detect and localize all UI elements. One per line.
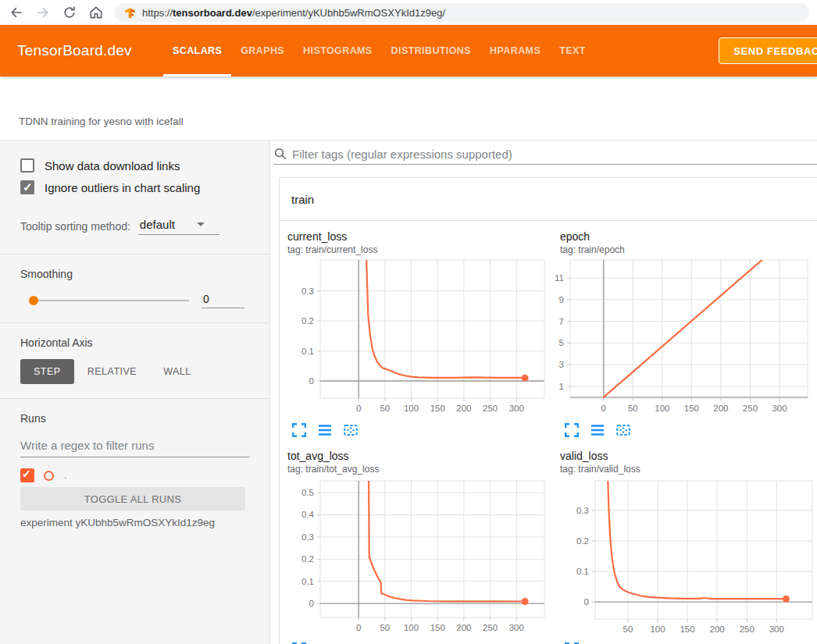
toggle-all-runs-button[interactable]: TOGGLE ALL RUNS (20, 487, 245, 511)
svg-text:300: 300 (772, 404, 787, 413)
chevron-down-icon (197, 222, 205, 226)
search-icon (273, 147, 287, 161)
svg-text:9: 9 (559, 295, 564, 304)
axis-step-button[interactable]: STEP (20, 359, 74, 384)
settings-sidebar: Show data download links Ignore outliers… (0, 141, 270, 644)
chart-epoch: epoch tag: train/epoch 05010015020025030… (554, 230, 815, 450)
run-row[interactable]: . (20, 468, 249, 482)
tab-histograms[interactable]: HISTOGRAMS (294, 25, 382, 76)
line-chart[interactable]: 05010015020025030000.10.20.30.40.5 (281, 478, 554, 635)
svg-text:300: 300 (509, 623, 524, 632)
svg-text:50: 50 (380, 623, 390, 632)
svg-text:150: 150 (680, 624, 694, 634)
filter-tags-row[interactable]: Filter tags (regular expressions support… (273, 147, 817, 165)
tab-hparams[interactable]: HPARAMS (480, 25, 550, 76)
run-color-icon[interactable] (44, 471, 54, 481)
svg-text:0.2: 0.2 (301, 316, 314, 326)
train-section-title: train (291, 193, 314, 206)
tab-text[interactable]: TEXT (550, 25, 595, 76)
reload-icon[interactable] (62, 5, 77, 20)
tab-graphs[interactable]: GRAPHS (231, 25, 294, 76)
axis-wall-button[interactable]: WALL (150, 359, 205, 384)
svg-text:150: 150 (430, 623, 445, 632)
train-card: train current_loss tag: train/current_lo… (279, 177, 817, 644)
svg-text:250: 250 (740, 624, 755, 634)
svg-text:250: 250 (743, 404, 758, 413)
svg-text:0.3: 0.3 (301, 532, 314, 542)
svg-text:200: 200 (710, 624, 725, 634)
toggle-expand-icon[interactable] (590, 423, 605, 437)
chart-tag: tag: train/tot_avg_loss (287, 464, 554, 475)
line-chart[interactable]: 5010015020025030000.10.20.3 (554, 478, 815, 635)
svg-text:5: 5 (559, 338, 564, 347)
line-chart[interactable]: 05010015020025030000.10.20.3 (281, 258, 554, 416)
home-icon[interactable] (88, 5, 104, 20)
chart-title: tot_avg_loss (287, 450, 554, 462)
tooltip-sorting-select[interactable]: default (138, 218, 219, 235)
tab-scalars[interactable]: SCALARS (163, 25, 231, 76)
svg-text:0: 0 (356, 623, 361, 632)
back-icon[interactable] (9, 5, 24, 20)
svg-text:0.5: 0.5 (301, 488, 314, 497)
svg-text:250: 250 (483, 623, 498, 632)
forward-icon[interactable] (35, 5, 51, 20)
ignore-outliers-checkbox[interactable] (20, 180, 34, 194)
ignore-outliers-label: Ignore outliers in chart scaling (45, 181, 200, 194)
tab-distributions[interactable]: DISTRIBUTIONS (382, 25, 480, 76)
svg-text:150: 150 (684, 404, 699, 413)
toggle-expand-icon[interactable] (318, 423, 332, 437)
train-section-header[interactable]: train (280, 178, 817, 221)
show-download-links-row[interactable]: Show data download links (20, 158, 269, 173)
svg-text:3: 3 (559, 360, 564, 369)
fit-domain-icon[interactable] (616, 423, 630, 437)
svg-text:100: 100 (650, 624, 665, 634)
show-download-links-label: Show data download links (45, 159, 180, 173)
chart-title: epoch (560, 230, 815, 243)
expand-chart-icon[interactable] (292, 423, 306, 437)
svg-text:0.1: 0.1 (576, 567, 589, 576)
show-download-links-checkbox[interactable] (20, 158, 34, 173)
svg-text:0: 0 (309, 599, 314, 608)
svg-text:0.1: 0.1 (301, 347, 314, 356)
address-bar[interactable]: https://tensorboard.dev/experiment/yKUbh… (114, 3, 809, 22)
chart-title: current_loss (287, 230, 554, 243)
svg-text:50: 50 (628, 404, 638, 413)
smoothing-slider-thumb[interactable] (29, 296, 38, 305)
fit-domain-icon[interactable] (344, 423, 358, 437)
svg-text:0.2: 0.2 (576, 536, 589, 546)
svg-text:0.1: 0.1 (301, 577, 314, 586)
run-checkbox[interactable] (20, 468, 34, 482)
svg-text:7: 7 (559, 317, 564, 326)
svg-text:0: 0 (584, 597, 589, 607)
chart-tag: tag: train/current_loss (287, 244, 554, 255)
svg-text:0: 0 (309, 376, 314, 386)
chart-tag: tag: train/epoch (560, 244, 815, 255)
url-text: https://tensorboard.dev/experiment/yKUbh… (142, 7, 445, 19)
axis-relative-button[interactable]: RELATIVE (74, 359, 151, 384)
ignore-outliers-row[interactable]: Ignore outliers in chart scaling (20, 180, 269, 194)
expand-chart-icon[interactable] (565, 423, 579, 437)
svg-text:300: 300 (769, 624, 784, 634)
svg-text:300: 300 (509, 404, 524, 413)
svg-text:50: 50 (623, 624, 633, 634)
experiment-id-label: experiment yKUbhb5wRmOSXYkId1z9eg (20, 517, 249, 528)
filter-tags-input[interactable]: Filter tags (regular expressions support… (292, 148, 512, 161)
send-feedback-button[interactable]: SEND FEEDBACK (719, 37, 817, 64)
runs-filter-input[interactable]: Write a regex to filter runs (20, 439, 250, 457)
main-content: Filter tags (regular expressions support… (270, 141, 817, 644)
smoothing-slider[interactable] (30, 300, 189, 301)
svg-text:1: 1 (559, 382, 564, 391)
line-chart[interactable]: 0501001502002503001357911 (554, 258, 815, 416)
chart-valid-loss: valid_loss tag: train/valid_loss 5010015… (554, 450, 815, 644)
run-name: . (64, 470, 66, 481)
svg-text:0.2: 0.2 (301, 554, 314, 564)
svg-text:100: 100 (404, 623, 419, 632)
smoothing-value[interactable]: 0 (202, 293, 244, 308)
svg-text:0: 0 (356, 404, 361, 413)
svg-text:200: 200 (456, 623, 471, 632)
svg-text:150: 150 (430, 404, 445, 413)
svg-text:0: 0 (601, 404, 606, 413)
subheader: TDNN training for yesno with icefall (0, 76, 817, 141)
tooltip-sorting-label: Tooltip sorting method: (20, 220, 130, 233)
chart-current-loss: current_loss tag: train/current_loss 050… (281, 230, 554, 450)
